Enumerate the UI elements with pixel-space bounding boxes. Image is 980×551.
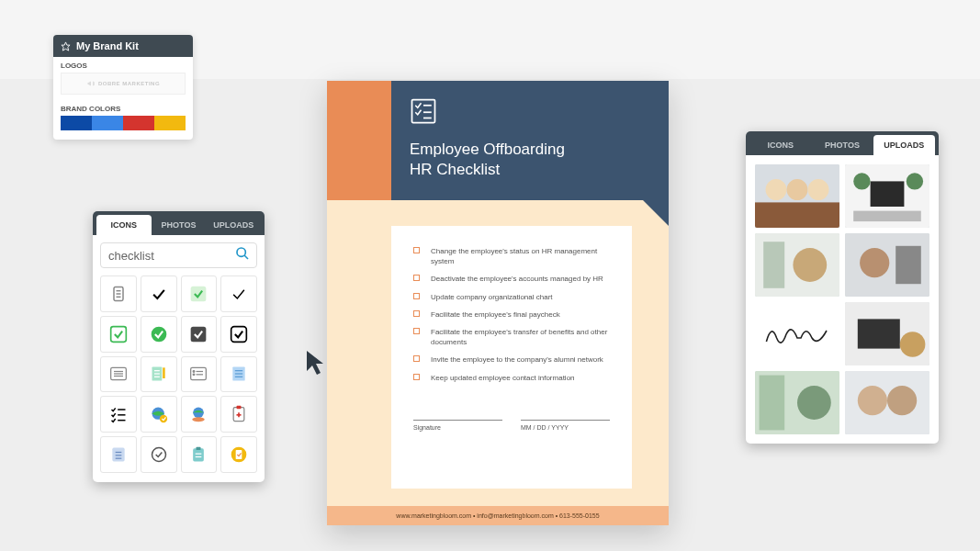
signature-label: Signature bbox=[413, 424, 502, 431]
svg-point-22 bbox=[194, 371, 196, 373]
svg-point-74 bbox=[900, 332, 926, 357]
icon-checkbox-green-outline[interactable] bbox=[181, 276, 218, 312]
uploads-panel-tabs: ICONS PHOTOS UPLOADS bbox=[746, 131, 939, 155]
checkbox-icon bbox=[413, 293, 420, 299]
upload-thumbnail[interactable] bbox=[845, 302, 929, 365]
tab-uploads[interactable]: UPLOADS bbox=[206, 215, 261, 235]
svg-point-1 bbox=[237, 248, 245, 256]
icon-form[interactable] bbox=[181, 356, 218, 393]
checkbox-icon bbox=[413, 310, 420, 317]
svg-rect-78 bbox=[845, 371, 929, 434]
upload-thumbnail[interactable] bbox=[845, 371, 929, 434]
icon-list-card[interactable] bbox=[100, 436, 137, 473]
upload-thumbnail[interactable] bbox=[755, 371, 839, 434]
svg-point-60 bbox=[808, 179, 829, 200]
doc-title: Employee Offboarding HR Checklist bbox=[410, 140, 650, 180]
brand-kit-header: My Brand Kit bbox=[53, 35, 193, 57]
icon-globe-stack[interactable] bbox=[181, 396, 218, 433]
svg-point-63 bbox=[853, 173, 870, 189]
svg-rect-38 bbox=[237, 406, 242, 409]
icon-checkmark[interactable] bbox=[141, 276, 177, 312]
icon-check-circle-outline[interactable] bbox=[141, 436, 177, 473]
brand-colors-label: BRAND COLORS bbox=[53, 100, 193, 116]
svg-rect-11 bbox=[231, 326, 247, 342]
color-swatch[interactable] bbox=[92, 116, 123, 130]
upload-thumbnail[interactable] bbox=[845, 233, 929, 297]
color-swatch[interactable] bbox=[123, 116, 154, 130]
tab-photos[interactable]: PHOTOS bbox=[152, 215, 207, 235]
doc-header: Employee Offboarding HR Checklist bbox=[391, 81, 669, 200]
checklist-item: Change the employee's status on HR manag… bbox=[413, 246, 610, 266]
checklist-item: Facilitate the employee's final paycheck bbox=[413, 309, 610, 320]
icon-clipboard-orange[interactable] bbox=[220, 436, 257, 473]
checkbox-icon bbox=[413, 275, 420, 281]
upload-thumbnail-signature[interactable] bbox=[755, 302, 839, 365]
star-icon bbox=[61, 41, 71, 51]
document-canvas[interactable]: Employee Offboarding HR Checklist Change… bbox=[327, 81, 669, 525]
tab-photos-2[interactable]: PHOTOS bbox=[811, 135, 873, 155]
icon-medical-clipboard[interactable] bbox=[220, 396, 257, 433]
checklist-item-text: Deactivate the employee's accounts manag… bbox=[431, 274, 603, 284]
svg-point-64 bbox=[907, 173, 923, 189]
icon-check-circle-filled[interactable] bbox=[141, 316, 177, 353]
checklist-item-text: Keep updated employee contact informatio… bbox=[431, 373, 575, 383]
signature-row: Signature MM / DD / YYYY bbox=[413, 420, 610, 431]
svg-line-2 bbox=[244, 255, 248, 259]
icon-globe-check[interactable] bbox=[141, 396, 177, 433]
logo-thumbnail[interactable]: DOBRE MARKETING bbox=[61, 73, 186, 95]
svg-marker-0 bbox=[62, 41, 70, 50]
icon-checkbox-dark[interactable] bbox=[181, 316, 218, 353]
checklist-item: Deactivate the employee's accounts manag… bbox=[413, 274, 610, 284]
icon-checkmark-thin[interactable] bbox=[220, 276, 257, 312]
icons-grid bbox=[93, 276, 265, 482]
icon-clipboard-list[interactable] bbox=[100, 276, 137, 312]
upload-thumbnail[interactable] bbox=[755, 164, 839, 228]
svg-point-59 bbox=[787, 179, 808, 200]
svg-rect-73 bbox=[858, 319, 900, 348]
icons-panel-tabs: ICONS PHOTOS UPLOADS bbox=[93, 211, 265, 235]
cursor-icon bbox=[305, 349, 327, 380]
checkbox-icon bbox=[413, 355, 420, 362]
svg-rect-47 bbox=[197, 447, 201, 450]
color-swatch[interactable] bbox=[154, 116, 186, 130]
search-input[interactable] bbox=[100, 242, 257, 268]
svg-point-58 bbox=[766, 179, 787, 200]
search-area bbox=[93, 235, 265, 276]
icon-clipboard-teal[interactable] bbox=[181, 436, 218, 473]
signature-line bbox=[413, 420, 502, 421]
checkbox-icon bbox=[413, 374, 420, 380]
svg-point-24 bbox=[194, 374, 196, 376]
color-swatch[interactable] bbox=[61, 116, 92, 130]
svg-rect-8 bbox=[111, 326, 127, 342]
doc-body: Change the employee's status on HR manag… bbox=[391, 226, 632, 489]
svg-rect-62 bbox=[871, 181, 905, 207]
brand-color-swatches bbox=[53, 116, 193, 140]
svg-point-9 bbox=[151, 326, 166, 342]
icon-list-lines[interactable] bbox=[100, 356, 137, 393]
svg-point-80 bbox=[887, 386, 917, 415]
icon-checkbox-green[interactable] bbox=[100, 316, 137, 353]
checklist-item: Update company organizational chart bbox=[413, 292, 610, 302]
svg-rect-65 bbox=[853, 211, 921, 222]
icon-notepad-pencil[interactable] bbox=[141, 356, 177, 393]
upload-thumbnail[interactable] bbox=[755, 233, 839, 297]
tab-uploads-2[interactable]: UPLOADS bbox=[873, 135, 935, 155]
doc-title-line1: Employee Offboarding bbox=[410, 140, 650, 160]
icon-document-blue[interactable] bbox=[220, 356, 257, 393]
icon-checklist-bullets[interactable] bbox=[100, 396, 137, 433]
svg-rect-20 bbox=[163, 368, 165, 379]
doc-header-notch bbox=[643, 200, 669, 226]
tab-icons[interactable]: ICONS bbox=[96, 215, 152, 235]
svg-rect-68 bbox=[763, 242, 784, 288]
checklist-items: Change the employee's status on HR manag… bbox=[413, 246, 610, 383]
icon-checkbox-outline[interactable] bbox=[220, 316, 257, 353]
checklist-item-text: Invite the employee to the company's alu… bbox=[431, 354, 603, 365]
doc-title-line2: HR Checklist bbox=[410, 160, 650, 180]
brand-kit-title: My Brand Kit bbox=[76, 40, 139, 51]
svg-point-77 bbox=[797, 386, 831, 420]
checklist-item-text: Update company organizational chart bbox=[431, 292, 553, 302]
svg-point-45 bbox=[152, 447, 165, 461]
svg-point-34 bbox=[159, 415, 166, 422]
tab-icons-2[interactable]: ICONS bbox=[749, 135, 811, 155]
upload-thumbnail[interactable] bbox=[845, 164, 929, 228]
